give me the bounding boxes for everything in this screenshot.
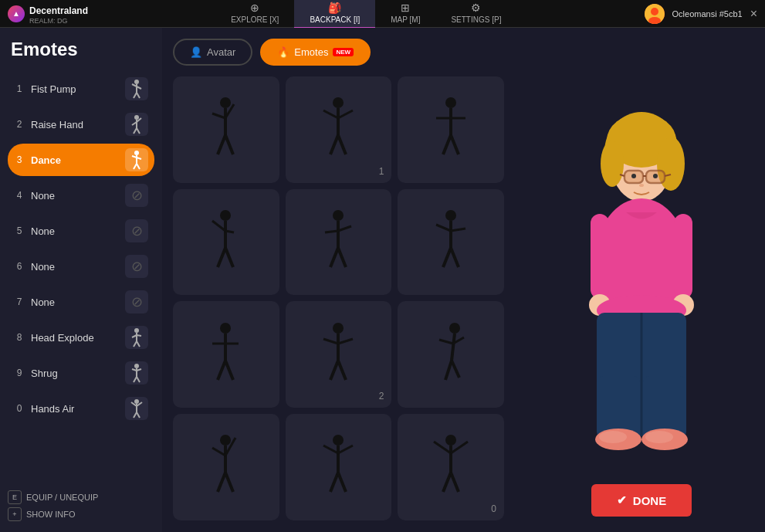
emote-card-1[interactable] [173, 76, 279, 183]
svg-line-83 [323, 339, 338, 344]
svg-line-14 [137, 128, 140, 134]
nav-center: ⊕ EXPLORE [X] 🎒 BACKPACK [I] ⊞ MAP [M] ⚙… [215, 0, 516, 29]
slot-9-icon [125, 361, 148, 385]
emote-card-11[interactable] [286, 414, 392, 520]
slot-0[interactable]: 0 Hands Air [8, 392, 154, 425]
slot-3[interactable]: 3 Dance [8, 144, 154, 176]
svg-line-91 [445, 361, 452, 380]
logo: ▲ Decentraland REALM: DG [8, 3, 88, 25]
svg-line-103 [330, 473, 338, 492]
svg-line-84 [338, 339, 353, 344]
svg-point-57 [220, 210, 231, 221]
slot-9[interactable]: 9 Shrug [8, 357, 154, 389]
main-layout: Emotes 1 Fist Pump 2 Raise Hand [0, 28, 765, 532]
svg-line-73 [443, 248, 451, 267]
emote-card-8[interactable]: 2 [286, 301, 392, 408]
svg-point-39 [220, 97, 231, 108]
svg-line-49 [330, 135, 338, 154]
svg-line-92 [452, 361, 459, 378]
svg-line-74 [451, 248, 459, 267]
svg-point-87 [449, 323, 460, 334]
svg-rect-146 [591, 214, 609, 299]
svg-line-86 [338, 361, 346, 380]
slot-1[interactable]: 1 Fist Pump [8, 73, 154, 105]
svg-point-93 [220, 435, 231, 446]
slot-5[interactable]: 5 None ⊘ [8, 215, 154, 247]
svg-line-7 [134, 93, 137, 98]
slot-1-icon [125, 77, 148, 100]
done-button[interactable]: ✔ DONE [591, 484, 692, 517]
svg-line-48 [338, 110, 353, 118]
slot-4[interactable]: 4 None ⊘ [8, 179, 154, 212]
slot-8[interactable]: 8 Head Explode [8, 321, 154, 354]
svg-line-61 [218, 248, 225, 267]
nav-backpack[interactable]: 🎒 BACKPACK [I] [294, 0, 375, 29]
slot-3-icon [125, 148, 148, 171]
emote-card-12[interactable]: 0 [398, 414, 504, 520]
svg-line-38 [137, 412, 140, 418]
svg-line-95 [212, 448, 225, 456]
backpack-icon: 🎒 [328, 2, 341, 14]
map-icon: ⊞ [401, 2, 410, 14]
emote-card-4[interactable] [173, 189, 279, 296]
svg-rect-148 [674, 214, 692, 299]
emote-card-5[interactable] [286, 189, 392, 296]
svg-line-109 [443, 473, 451, 492]
svg-line-50 [338, 135, 346, 154]
svg-point-143 [639, 184, 644, 187]
svg-line-89 [439, 340, 453, 344]
svg-line-85 [330, 361, 338, 380]
svg-point-133 [601, 141, 624, 187]
emote-card-2[interactable]: 1 [286, 76, 392, 183]
slot-2[interactable]: 2 Raise Hand [8, 108, 154, 141]
svg-line-32 [137, 377, 140, 382]
svg-point-3 [134, 80, 139, 84]
slot-5-icon: ⊘ [125, 219, 148, 242]
emote-card-3[interactable] [398, 76, 504, 183]
logo-icon: ▲ [8, 5, 25, 22]
nav-settings[interactable]: ⚙ SETTINGS [P] [435, 0, 516, 29]
svg-point-15 [134, 151, 139, 155]
center-panel: 👤 Avatar 🔥 Emotes NEW [162, 28, 518, 532]
hint-info: + SHOW INFO [8, 507, 154, 521]
svg-line-98 [225, 473, 233, 492]
bottom-hints: E EQUIP / UNEQUIP + SHOW INFO [8, 490, 154, 521]
emote-card-10[interactable] [173, 414, 279, 520]
svg-line-88 [452, 334, 455, 361]
nav-right: Ocleomansi #5cb1 × [645, 4, 757, 24]
svg-line-71 [436, 225, 451, 231]
slot-6[interactable]: 6 None ⊘ [8, 250, 154, 283]
nav-explore[interactable]: ⊕ EXPLORE [X] [215, 0, 294, 29]
emote-card-9[interactable] [398, 301, 504, 408]
emote-card-6[interactable] [398, 189, 504, 296]
tab-avatar[interactable]: 👤 Avatar [173, 39, 252, 66]
svg-point-1 [651, 8, 658, 15]
svg-point-75 [220, 323, 231, 334]
svg-line-68 [338, 248, 346, 267]
logo-text: Decentraland REALM: DG [29, 3, 88, 25]
tab-emotes[interactable]: 🔥 Emotes NEW [260, 39, 371, 66]
svg-line-80 [225, 361, 233, 380]
svg-line-8 [137, 93, 140, 98]
close-button[interactable]: × [750, 7, 757, 21]
svg-line-43 [218, 135, 225, 154]
svg-line-110 [451, 473, 459, 492]
svg-point-45 [333, 97, 344, 108]
svg-point-69 [445, 210, 456, 221]
svg-point-27 [134, 364, 139, 368]
svg-line-37 [134, 412, 137, 418]
slot-7[interactable]: 7 None ⊘ [8, 286, 154, 318]
svg-line-72 [451, 229, 465, 231]
username: Ocleomansi #5cb1 [672, 9, 743, 19]
svg-line-13 [134, 128, 137, 134]
avatar [645, 4, 665, 24]
svg-line-24 [137, 335, 141, 336]
emote-card-7[interactable] [173, 301, 279, 408]
svg-line-67 [330, 248, 338, 267]
svg-point-51 [445, 97, 456, 108]
top-nav: ▲ Decentraland REALM: DG ⊕ EXPLORE [X] 🎒… [0, 0, 765, 28]
svg-line-101 [323, 446, 338, 453]
card-badge-8: 2 [379, 391, 384, 402]
svg-line-104 [338, 473, 346, 492]
nav-map[interactable]: ⊞ MAP [M] [375, 0, 435, 29]
